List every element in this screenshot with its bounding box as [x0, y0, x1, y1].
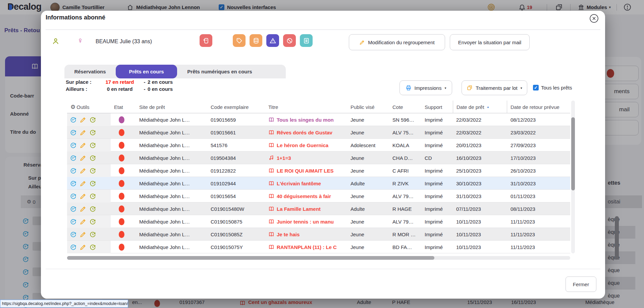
cell-cote: ALV 79…	[389, 219, 421, 225]
renew-icon[interactable]	[89, 142, 96, 149]
collection-icon[interactable]	[250, 34, 262, 47]
warning-icon[interactable]	[266, 34, 279, 47]
tab-reservations[interactable]: Réservations	[64, 65, 116, 78]
cell-titre[interactable]: LE ROI QUI AIMAIT LES	[265, 168, 347, 174]
cell-titre[interactable]: Je te hais	[265, 231, 347, 237]
renew-icon[interactable]	[89, 218, 96, 225]
fermer-button[interactable]: Fermer	[566, 276, 596, 292]
tab-prets-en-cours[interactable]: Prêts en cours	[116, 65, 177, 78]
edit-icon[interactable]	[79, 129, 87, 136]
situation-icon[interactable]	[70, 180, 77, 187]
situation-icon[interactable]	[70, 155, 77, 162]
cell-public: Adulte	[347, 181, 389, 186]
all-loans-toggle[interactable]: ✓ Tous les prêts	[533, 85, 572, 90]
cell-titre[interactable]: Rêves dorés de Gustav	[265, 129, 347, 135]
table-row[interactable]: Médiathèque John L…019102944L'écrivain f…	[67, 177, 570, 190]
renew-icon[interactable]	[89, 244, 96, 251]
header-public[interactable]: Public visé	[347, 104, 389, 110]
cell-titre[interactable]: Tous les singes du mon	[265, 117, 347, 123]
table-row[interactable]: Médiathèque John L…0195043841+1=3JeuneCH…	[67, 151, 570, 164]
situation-icon[interactable]	[70, 244, 77, 251]
cell-titre[interactable]: 40 déguisements à fair	[265, 193, 347, 199]
table-row[interactable]: Médiathèque John L…019122822LE ROI QUI A…	[67, 164, 570, 177]
table-row[interactable]: Médiathèque John L…C019015480WLa Famille…	[67, 202, 570, 215]
pencil-icon	[359, 40, 365, 45]
cell-titre[interactable]: 1+1=3	[265, 155, 347, 161]
scrollbar-thumb[interactable]	[67, 256, 434, 260]
music-icon	[268, 155, 274, 161]
situation-icon[interactable]	[70, 167, 77, 174]
header-cote[interactable]: Cote	[389, 104, 421, 110]
header-date-pret[interactable]: Date de prêt▲	[453, 101, 507, 113]
table-row[interactable]: Médiathèque John L…019015659Tous les sin…	[67, 113, 570, 126]
renew-icon[interactable]	[89, 167, 96, 174]
header-outils[interactable]: ⚙Outils	[67, 104, 111, 111]
cell-public: Jeune	[347, 244, 389, 250]
table-row[interactable]: Médiathèque John L…01901565440 déguiseme…	[67, 190, 570, 202]
table-row[interactable]: Médiathèque John L…C0190150875Junior ten…	[67, 215, 570, 228]
tag-heart-icon[interactable]	[233, 34, 246, 47]
send-situation-mail-button[interactable]: Envoyer la situation par mail	[450, 34, 530, 50]
table-row[interactable]: Médiathèque John L…C019015075YRANTANPLAN…	[67, 241, 570, 253]
document-title: Junior tennis : un manu	[277, 219, 334, 225]
edit-icon[interactable]	[79, 193, 87, 200]
renew-icon[interactable]	[89, 155, 96, 162]
table-row[interactable]: Médiathèque John L…541576Le héron de Gue…	[67, 139, 570, 151]
header-date-retour[interactable]: Date de retour prévue	[507, 104, 570, 110]
cell-date-retour: 26/10/2023	[507, 168, 570, 174]
close-icon[interactable]	[589, 13, 600, 25]
table-vertical-scrollbar[interactable]	[571, 101, 575, 253]
situation-icon[interactable]	[70, 231, 77, 238]
batch-actions-button[interactable]: Traitements par lot ▾	[462, 80, 527, 95]
header-titre[interactable]: Titre	[265, 104, 347, 110]
cell-titre[interactable]: La Famille Lament	[265, 206, 347, 212]
renew-icon[interactable]	[89, 231, 96, 238]
header-site[interactable]: Site de prêt	[136, 104, 207, 110]
cell-titre[interactable]: Junior tennis : un manu	[265, 219, 347, 225]
situation-icon[interactable]	[70, 142, 77, 149]
situation-icon[interactable]	[70, 218, 77, 225]
edit-icon[interactable]	[79, 231, 87, 238]
cell-outils	[67, 190, 111, 202]
header-support[interactable]: Support	[421, 104, 453, 110]
edit-icon[interactable]	[79, 167, 87, 174]
renew-icon[interactable]	[89, 193, 96, 200]
renew-icon[interactable]	[89, 116, 96, 123]
table-row[interactable]: Médiathèque John L…019015661Rêves dorés …	[67, 126, 570, 139]
table-row[interactable]: Médiathèque John L…C019015085ZJe te hais…	[67, 228, 570, 241]
receipt-icon[interactable]	[200, 34, 212, 47]
edit-icon[interactable]	[79, 205, 87, 212]
renew-icon[interactable]	[89, 180, 96, 187]
situation-icon[interactable]	[70, 205, 77, 212]
cell-support: Imprimé	[421, 130, 453, 135]
situation-icon[interactable]	[70, 116, 77, 123]
document-title: 1+1=3	[277, 155, 291, 161]
edit-icon[interactable]	[79, 142, 87, 149]
situation-icon[interactable]	[70, 193, 77, 200]
header-etat[interactable]: Etat	[111, 104, 136, 110]
edit-icon[interactable]	[79, 116, 87, 123]
tab-prets-numeriques[interactable]: Prêts numériques en cours	[177, 65, 262, 78]
blocked-icon[interactable]	[283, 34, 296, 47]
cell-titre[interactable]: L'écrivain fantôme	[265, 180, 347, 186]
summary-line1-label: Sur place :	[66, 79, 98, 85]
edit-icon[interactable]	[79, 218, 87, 225]
edit-icon[interactable]	[79, 180, 87, 187]
gear-icon: ⚙	[70, 104, 75, 111]
cell-cote: R MOR …	[389, 232, 421, 237]
header-code[interactable]: Code exemplaire	[207, 104, 265, 110]
all-loans-checkbox[interactable]: ✓	[533, 85, 539, 90]
impressions-button[interactable]: Impressions ▾	[399, 80, 452, 95]
notes-icon[interactable]	[300, 34, 313, 47]
renew-icon[interactable]	[89, 205, 96, 212]
table-horizontal-scrollbar[interactable]	[67, 256, 570, 260]
cell-titre[interactable]: Le héron de Guernica	[265, 142, 347, 148]
situation-icon[interactable]	[70, 129, 77, 136]
cell-date-retour: 08/11/2023	[507, 206, 570, 212]
edit-icon[interactable]	[79, 155, 87, 162]
renew-icon[interactable]	[89, 129, 96, 136]
modify-grouping-button[interactable]: Modification du regroupement	[349, 34, 445, 50]
edit-icon[interactable]	[79, 244, 87, 251]
scrollbar-thumb[interactable]	[571, 117, 575, 190]
cell-titre[interactable]: RANTANPLAN (11) : Le C	[265, 244, 347, 250]
